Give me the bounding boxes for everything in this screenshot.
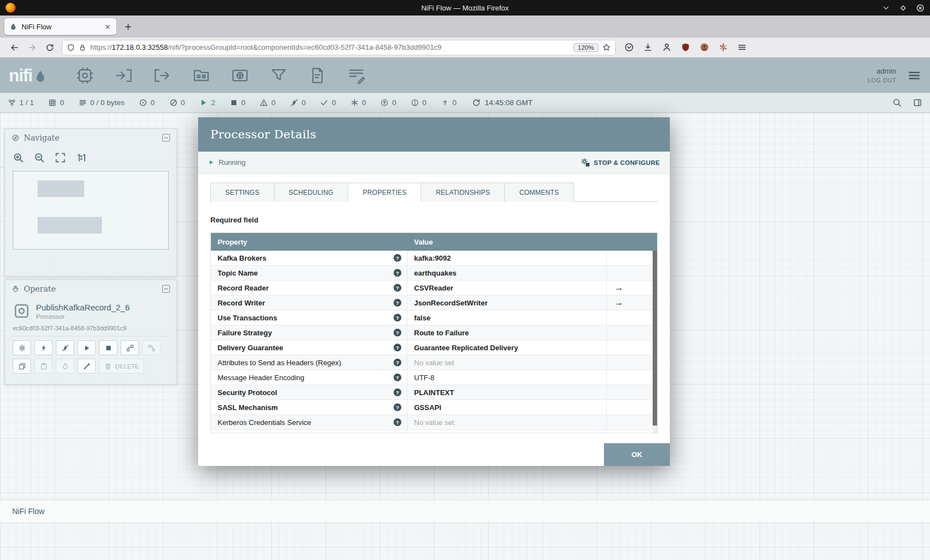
flow-canvas[interactable]: Navigate Operate PublishKafkaRecord_2_6 — [0, 113, 930, 560]
help-icon[interactable]: ? — [394, 269, 401, 277]
zoom-level-badge[interactable]: 120% — [574, 43, 598, 52]
property-value[interactable]: false — [407, 310, 607, 325]
help-icon[interactable]: ? — [394, 284, 401, 292]
url-bar[interactable]: https://172.18.0.3:32558/nifi/?processGr… — [62, 40, 616, 55]
zoom-out-icon[interactable] — [34, 152, 45, 163]
help-icon[interactable]: ? — [394, 329, 401, 336]
help-icon[interactable]: ? — [394, 403, 401, 411]
ok-button[interactable]: OK — [604, 443, 670, 466]
property-value[interactable]: PLAINTEXT — [407, 385, 607, 400]
property-row[interactable]: Kerberos Credentials Service?No value se… — [211, 415, 657, 430]
remote-group-tool-icon[interactable] — [231, 66, 249, 85]
label-tool-icon[interactable] — [347, 66, 365, 85]
breadcrumb[interactable]: NiFi Flow — [12, 507, 44, 516]
property-value[interactable]: No value set — [407, 430, 607, 433]
property-row[interactable]: Kafka Brokers?kafka:9092 — [211, 251, 657, 266]
property-row[interactable]: Record Reader?CSVReader→ — [211, 281, 657, 295]
table-scrollbar-thumb[interactable] — [653, 251, 657, 426]
chevron-down-window-icon[interactable] — [882, 4, 890, 12]
tab-close-icon[interactable] — [104, 23, 111, 30]
property-value[interactable]: GSSAPI — [407, 400, 607, 414]
forward-button[interactable] — [28, 43, 37, 52]
template-tool-icon[interactable] — [308, 66, 327, 85]
global-menu-icon[interactable] — [907, 69, 921, 82]
process-group-tool-icon[interactable] — [192, 66, 210, 85]
copy-button[interactable] — [13, 359, 31, 374]
stop-button[interactable] — [99, 340, 117, 355]
bookmark-star-icon[interactable] — [602, 43, 611, 51]
tab-scheduling[interactable]: SCHEDULING — [274, 183, 349, 202]
configure-button[interactable] — [13, 340, 31, 355]
collapse-navigate-button[interactable] — [162, 134, 170, 142]
property-row[interactable]: Attributes to Send as Headers (Regex)?No… — [211, 355, 657, 370]
property-value[interactable]: No value set — [407, 355, 607, 370]
fit-icon[interactable] — [55, 152, 66, 163]
avatar-icon[interactable] — [700, 43, 709, 52]
property-row[interactable]: Use Transactions?false — [211, 310, 657, 325]
diamond-window-icon[interactable] — [899, 4, 907, 12]
close-circle-window-icon[interactable] — [916, 4, 924, 12]
tab-properties[interactable]: PROPERTIES — [348, 183, 421, 202]
input-port-tool-icon[interactable] — [115, 66, 133, 85]
processor-tool-icon[interactable] — [76, 66, 94, 85]
property-value[interactable]: Route to Failure — [407, 325, 607, 340]
property-row[interactable]: Security Protocol?PLAINTEXT — [211, 385, 657, 400]
goto-service-icon[interactable]: → — [614, 283, 623, 293]
property-value[interactable]: earthquakes — [407, 266, 607, 280]
goto-service-icon[interactable]: → — [614, 298, 623, 308]
search-icon[interactable] — [892, 98, 902, 107]
tab-comments[interactable]: COMMENTS — [504, 183, 574, 202]
property-row[interactable]: Kerberos Service Name?No value set — [211, 430, 657, 433]
logout-link[interactable]: LOG OUT — [868, 77, 896, 84]
zoom-in-icon[interactable] — [13, 152, 24, 163]
change-color-button[interactable] — [78, 359, 96, 374]
account-icon[interactable] — [662, 43, 671, 52]
collapse-operate-button[interactable] — [162, 285, 170, 293]
download-icon[interactable] — [643, 43, 653, 52]
property-value[interactable]: kafka:9092 — [407, 251, 607, 265]
pocket-icon[interactable] — [624, 43, 634, 52]
property-row[interactable]: SASL Mechanism?GSSAPI — [211, 400, 657, 415]
help-icon[interactable]: ? — [394, 359, 401, 366]
ublock-icon[interactable] — [681, 43, 690, 52]
lock-icon[interactable] — [79, 44, 86, 51]
menu-icon[interactable] — [737, 43, 747, 52]
property-value[interactable]: CSVReader — [407, 281, 607, 295]
funnel-tool-icon[interactable] — [270, 66, 288, 85]
help-icon[interactable]: ? — [394, 388, 401, 396]
group-button[interactable] — [121, 340, 139, 355]
one-one-icon[interactable] — [76, 152, 87, 163]
help-icon[interactable]: ? — [394, 314, 401, 322]
disable-button[interactable] — [56, 340, 74, 355]
new-tab-button[interactable] — [124, 23, 132, 31]
help-icon[interactable]: ? — [394, 418, 401, 426]
back-button[interactable] — [10, 43, 19, 52]
enable-button[interactable] — [34, 340, 53, 355]
panel-toggle-icon[interactable] — [913, 98, 922, 107]
start-button[interactable] — [78, 340, 96, 355]
browser-tab[interactable]: NiFi Flow — [4, 18, 116, 35]
help-icon[interactable]: ? — [394, 344, 401, 351]
table-scrollbar[interactable] — [653, 251, 657, 433]
help-icon[interactable]: ? — [394, 374, 401, 381]
property-value[interactable]: No value set — [407, 415, 607, 429]
property-row[interactable]: Delivery Guarantee?Guarantee Replicated … — [211, 340, 657, 355]
property-value[interactable]: JsonRecordSetWriter — [407, 295, 607, 310]
property-row[interactable]: Message Header Encoding?UTF-8 — [211, 370, 657, 385]
property-value[interactable]: Guarantee Replicated Delivery — [407, 340, 607, 355]
property-row[interactable]: Record Writer?JsonRecordSetWriter→ — [211, 295, 657, 310]
tracking-shield-icon[interactable] — [67, 44, 75, 51]
refresh-icon[interactable] — [472, 98, 480, 107]
property-row[interactable]: Failure Strategy?Route to Failure — [211, 325, 657, 340]
help-icon[interactable]: ? — [394, 254, 401, 262]
reload-button[interactable] — [45, 43, 54, 52]
birdseye-minimap[interactable] — [13, 171, 169, 250]
output-port-tool-icon[interactable] — [153, 66, 172, 85]
property-value[interactable]: UTF-8 — [407, 370, 607, 385]
stop-and-configure-button[interactable]: STOP & CONFIGURE — [581, 158, 660, 167]
property-row[interactable]: Topic Name?earthquakes — [211, 266, 657, 281]
tab-relationships[interactable]: RELATIONSHIPS — [421, 183, 505, 202]
tab-settings[interactable]: SETTINGS — [210, 183, 275, 202]
help-icon[interactable]: ? — [394, 299, 401, 307]
pinwheel-icon[interactable] — [719, 43, 728, 52]
